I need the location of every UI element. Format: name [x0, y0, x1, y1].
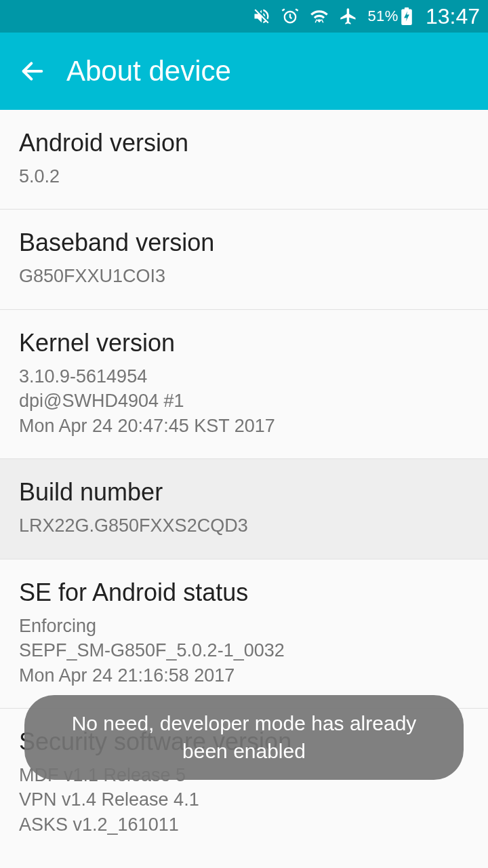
alarm-icon: [281, 7, 300, 26]
arrow-left-icon: [19, 58, 46, 85]
item-value: Enforcing SEPF_SM-G850F_5.0.2-1_0032 Mon…: [19, 614, 469, 688]
item-label: Baseband version: [19, 229, 469, 257]
item-label: SE for Android status: [19, 578, 469, 607]
item-label: Android version: [19, 129, 469, 157]
svg-rect-2: [405, 7, 409, 9]
item-build-number[interactable]: Build number LRX22G.G850FXXS2CQD3: [0, 459, 488, 559]
item-label: Kernel version: [19, 329, 469, 357]
item-se-android-status[interactable]: SE for Android status Enforcing SEPF_SM-…: [0, 559, 488, 709]
toast-message: No need, developer mode has already been…: [24, 695, 464, 780]
item-android-version[interactable]: Android version 5.0.2: [0, 110, 488, 210]
item-kernel-version[interactable]: Kernel version 3.10.9-5614954 dpi@SWHD49…: [0, 310, 488, 459]
wifi-icon: [309, 7, 329, 26]
app-bar: About device: [0, 33, 488, 110]
item-value: LRX22G.G850FXXS2CQD3: [19, 513, 469, 538]
item-value: 5.0.2: [19, 164, 469, 189]
status-bar: 51% 13:47: [0, 0, 488, 33]
item-label: Build number: [19, 478, 469, 507]
item-value: G850FXXU1COI3: [19, 264, 469, 288]
status-clock: 13:47: [426, 4, 480, 29]
airplane-icon: [339, 7, 358, 26]
battery-indicator: 51%: [367, 7, 412, 25]
item-value: 3.10.9-5614954 dpi@SWHD4904 #1 Mon Apr 2…: [19, 364, 469, 438]
page-title: About device: [66, 55, 231, 87]
battery-charging-icon: [401, 7, 412, 25]
back-button[interactable]: [14, 52, 52, 90]
battery-percent: 51%: [367, 7, 399, 25]
mute-icon: [252, 7, 271, 26]
item-baseband-version[interactable]: Baseband version G850FXXU1COI3: [0, 210, 488, 309]
